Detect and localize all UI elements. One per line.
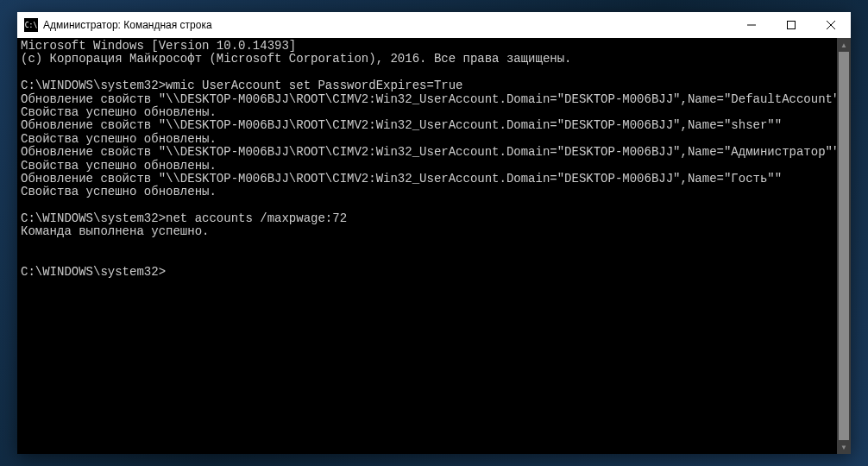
console-line: Обновление свойств "\\DESKTOP-M006BJJ\RO…: [21, 93, 847, 106]
console-line: Обновление свойств "\\DESKTOP-M006BJJ\RO…: [21, 119, 847, 132]
window-controls: [732, 12, 851, 38]
console-line: C:\WINDOWS\system32>: [21, 266, 847, 279]
console-line: [21, 66, 847, 79]
console-line: Свойства успешно обновлены.: [21, 106, 847, 119]
maximize-icon: [787, 21, 796, 29]
scroll-up-arrow[interactable]: ▲: [837, 38, 851, 52]
console-line: [21, 252, 847, 265]
app-icon: C:\: [24, 18, 38, 32]
console-output[interactable]: Microsoft Windows [Version 10.0.14393](c…: [17, 38, 851, 454]
console-line: [21, 239, 847, 252]
maximize-button[interactable]: [771, 12, 811, 38]
close-button[interactable]: [811, 12, 851, 38]
command-prompt-window: C:\ Администратор: Командная строка Micr…: [17, 12, 851, 454]
console-line: Обновление свойств "\\DESKTOP-M006BJJ\RO…: [21, 146, 847, 159]
console-line: Команда выполнена успешно.: [21, 225, 847, 238]
console-line: [21, 199, 847, 212]
close-icon: [827, 21, 835, 29]
minimize-button[interactable]: [732, 12, 771, 38]
scroll-down-arrow[interactable]: ▼: [837, 440, 851, 454]
console-line: Microsoft Windows [Version 10.0.14393]: [21, 40, 847, 53]
scrollbar-thumb[interactable]: [839, 52, 849, 440]
console-line: C:\WINDOWS\system32>wmic UserAccount set…: [21, 79, 847, 92]
minimize-icon: [747, 21, 756, 29]
console-line: C:\WINDOWS\system32>net accounts /maxpwa…: [21, 212, 847, 225]
console-line: (c) Корпорация Майкрософт (Microsoft Cor…: [21, 53, 847, 66]
window-title: Администратор: Командная строка: [43, 19, 732, 31]
console-line: Свойства успешно обновлены.: [21, 160, 847, 173]
titlebar[interactable]: C:\ Администратор: Командная строка: [17, 12, 851, 38]
svg-rect-1: [788, 22, 796, 29]
console-line: Обновление свойств "\\DESKTOP-M006BJJ\RO…: [21, 173, 847, 186]
console-line: Свойства успешно обновлены.: [21, 186, 847, 198]
console-line: Свойства успешно обновлены.: [21, 133, 847, 146]
scrollbar[interactable]: ▲ ▼: [837, 38, 851, 454]
